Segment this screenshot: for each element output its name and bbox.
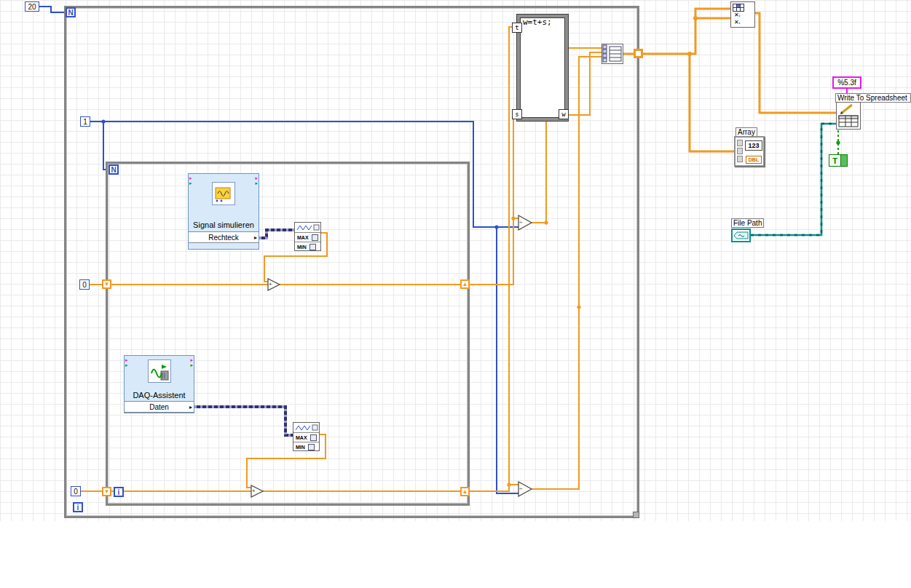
boolean-slide <box>840 155 847 166</box>
outer-loop-count-terminal[interactable]: N <box>66 7 76 17</box>
array-index-cell <box>737 140 743 146</box>
shift-register-right-top[interactable]: ▲ <box>460 279 470 289</box>
shift-init-constant-top[interactable]: 0 <box>79 279 90 290</box>
max-label: MAX <box>297 235 309 240</box>
shift-register-left-bottom[interactable]: ▼ <box>102 487 111 496</box>
daq-vi-output-label: Daten <box>149 403 169 411</box>
signal-vi-output-label: Rechteck <box>208 234 239 242</box>
write-to-spreadsheet-vi[interactable] <box>836 102 861 130</box>
outer-loop-iteration-terminal[interactable]: i <box>73 502 83 512</box>
boolean-wire <box>836 130 840 154</box>
max-label: MAX <box>296 435 307 440</box>
dynamic-terminal-icon: ▸ <box>189 175 192 180</box>
daq-device-icon <box>149 360 170 382</box>
labview-block-diagram: + + ÷ ÷ 20 N i 1 N i 0 0 ▼ ▼ ▲ ▲ Signal … <box>0 0 911 588</box>
file-path-label: File Path <box>731 218 764 228</box>
formula-output-w[interactable]: w <box>559 109 569 119</box>
formula-node[interactable] <box>517 15 568 121</box>
array-index-cell <box>737 156 743 162</box>
format-string-constant[interactable]: %5.3f <box>832 76 861 89</box>
signal-vi-icon <box>212 182 235 205</box>
min-label: MIN <box>296 445 305 450</box>
dynamic-terminal-icon: ▸ <box>255 180 258 186</box>
array-mini-icon <box>312 234 318 241</box>
signal-vi-output-rechteck[interactable]: Rechteck ▸ <box>189 231 259 243</box>
array-mini-icon <box>310 434 317 441</box>
shift-register-left-top[interactable]: ▼ <box>102 279 111 289</box>
signal-vi-title: Signal simulieren <box>189 220 259 229</box>
true-value: T <box>829 155 840 166</box>
formula-expression: w=t+s; <box>523 17 552 27</box>
array-label-text: Array <box>738 128 755 136</box>
formula-input-s[interactable]: s <box>512 109 522 119</box>
formula-input-t[interactable]: t <box>512 23 522 33</box>
daq-vi-title: DAQ-Assistent <box>125 391 194 400</box>
daq-vi-output-daten[interactable]: Daten ▸ <box>125 401 194 413</box>
waveform-icon <box>296 223 320 232</box>
constant-1[interactable]: 1 <box>80 116 90 127</box>
min-label: MIN <box>297 245 307 250</box>
dynamic-terminal-icon: ▸ <box>125 357 128 362</box>
inner-for-loop[interactable] <box>106 162 470 506</box>
signal-express-vi[interactable]: Signal simulieren Rechteck ▸ ▸ ▸ ▸ ▸ <box>188 173 259 250</box>
output-arrow-icon: ▸ <box>189 405 192 410</box>
loop-resize-grip[interactable] <box>633 512 639 518</box>
dbl-array-wires <box>623 9 836 151</box>
output-arrow-icon: ▸ <box>254 235 257 241</box>
array-mini-icon <box>308 444 315 450</box>
array-index-cell <box>737 148 743 154</box>
array-indicator-terminal[interactable]: 123 DBL <box>734 136 765 167</box>
inner-loop-count-terminal[interactable]: N <box>109 164 119 175</box>
shift-register-right-bottom[interactable]: ▲ <box>460 487 470 496</box>
waveform-icon <box>294 424 319 432</box>
dynamic-terminal-icon: ▸ <box>255 175 258 180</box>
waveform-minmax-node-bottom[interactable]: MAX MIN <box>293 422 320 451</box>
dynamic-terminal-icon: ▸ <box>125 362 128 368</box>
dbl-type-tag: DBL <box>746 156 762 164</box>
inner-loop-iteration-terminal[interactable]: i <box>114 487 124 497</box>
daq-express-vi[interactable]: DAQ-Assistent Daten ▸ ▸ ▸ ▸ ▸ <box>124 355 194 413</box>
array-grid-icon <box>733 4 744 12</box>
array-output-tunnel[interactable] <box>634 49 643 58</box>
dynamic-terminal-icon: ▸ <box>190 357 193 362</box>
path-glyph-icon <box>733 231 749 240</box>
numeric-digits: 123 <box>745 140 762 151</box>
file-path-terminal[interactable] <box>731 229 751 242</box>
count-constant-20[interactable]: 20 <box>25 1 39 12</box>
array-mini-icon <box>309 244 316 250</box>
shift-init-constant-bottom[interactable]: 0 <box>71 486 81 496</box>
build-array-icon <box>602 44 623 63</box>
true-constant[interactable]: T <box>829 154 848 167</box>
write-vi-label-text: Write To Spreadsheet <box>837 94 907 102</box>
index-array-node[interactable]: ✕ᵢ ✕ᵢ <box>730 1 755 28</box>
build-array-node[interactable] <box>602 44 623 64</box>
waveform-minmax-node-top[interactable]: MAX MIN <box>294 222 321 251</box>
signal-generator-icon <box>213 183 234 204</box>
index-symbol: ✕ᵢ <box>734 19 740 26</box>
dynamic-terminal-icon: ▸ <box>189 180 192 186</box>
daq-vi-icon <box>148 359 171 383</box>
spreadsheet-pencil-icon <box>837 103 860 129</box>
dynamic-terminal-icon: ▸ <box>190 362 193 368</box>
index-symbol: ✕ᵢ <box>734 12 740 19</box>
file-path-label-text: File Path <box>733 219 762 227</box>
